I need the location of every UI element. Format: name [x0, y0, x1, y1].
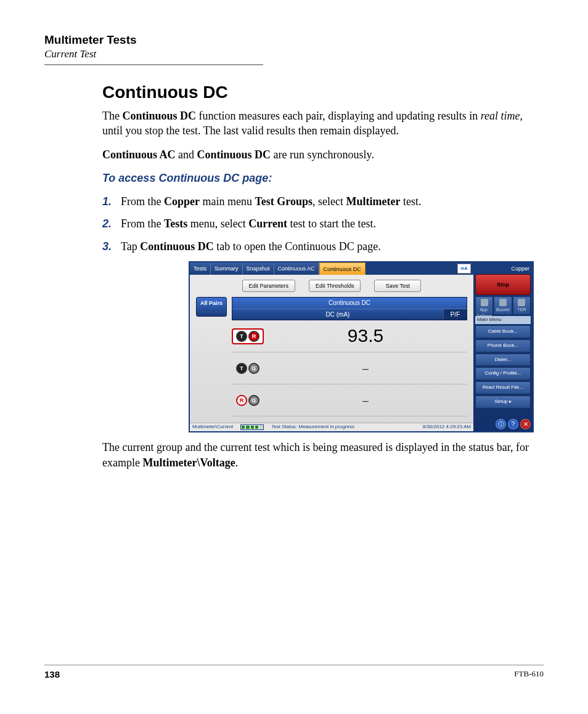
page-number: 138 — [44, 669, 60, 680]
info-icon[interactable]: ⓘ — [496, 419, 506, 429]
step-number: 2. — [102, 216, 121, 231]
step-number: 3. — [102, 239, 121, 254]
status-time: 8/30/2012 4:29:23 AM — [423, 424, 471, 431]
instruction-heading: To access Continuous DC page: — [102, 171, 544, 185]
app-label: Copper — [475, 264, 531, 273]
page-footer: 138 FTB-610 — [44, 665, 544, 680]
step-number: 1. — [102, 194, 121, 209]
tab-continuous-dc[interactable]: Continuous DC — [319, 262, 365, 275]
help-icon[interactable]: ? — [508, 419, 518, 429]
t-badge-icon: T — [236, 331, 247, 342]
paragraph-3: The current group and the current test w… — [102, 440, 544, 470]
edit-thresholds-button[interactable]: Edit Thresholds — [309, 280, 361, 292]
dialer-button[interactable]: Dialer... — [475, 354, 531, 367]
unit-indicator-icon: mA — [457, 264, 471, 274]
t-badge-icon: T — [236, 363, 247, 374]
tab-continuous-ac[interactable]: Continuous AC — [274, 262, 319, 275]
buzzer-button[interactable]: Buzzer — [494, 296, 512, 315]
tab-summary[interactable]: Summary — [211, 262, 243, 275]
tab-bar: Tests Summary Snapshot Continuous AC Con… — [190, 262, 473, 275]
pair-tr-icon[interactable]: T R — [232, 328, 264, 344]
status-bar: Multimeter\Current Test Status: Measurem… — [190, 423, 473, 431]
tab-tests[interactable]: Tests — [190, 262, 211, 275]
data-table-title: Continuous DC — [232, 298, 467, 309]
step-text: From the Copper main menu Test Groups, s… — [121, 194, 544, 209]
table-row: T G – — [232, 352, 467, 384]
header-rule — [44, 64, 263, 65]
measurement-value: – — [264, 361, 467, 376]
chapter-subtitle: Current Test — [44, 48, 544, 60]
g-badge-icon: G — [248, 363, 259, 374]
battery-icon — [240, 424, 264, 430]
close-icon[interactable]: ✕ — [520, 419, 531, 429]
chapter-title: Multimeter Tests — [44, 33, 544, 47]
pair-rg-icon[interactable]: R G — [232, 395, 264, 406]
g-badge-icon: G — [248, 395, 259, 406]
device-screenshot: Tests Summary Snapshot Continuous AC Con… — [189, 261, 534, 432]
column-dc: DC (mA) — [232, 309, 443, 320]
read-result-file-button[interactable]: Read Result File... — [475, 381, 531, 394]
all-pairs-button[interactable]: All Pairs — [196, 297, 227, 317]
step-1: 1. From the Copper main menu Test Groups… — [102, 194, 544, 209]
r-badge-icon: R — [248, 331, 259, 342]
cable-book-button[interactable]: Cable Book... — [475, 325, 531, 338]
table-row: T R 93.5 — [232, 320, 467, 352]
edit-parameters-button[interactable]: Edit Parameters — [242, 280, 296, 292]
step-3: 3. Tap Continuous DC tab to open the Con… — [102, 239, 544, 254]
pair-tg-icon[interactable]: T G — [232, 363, 264, 374]
tab-snapshot[interactable]: Snapshot — [243, 262, 274, 275]
setup-button[interactable]: Setup ▸ — [475, 396, 531, 408]
app-settings-button[interactable]: App. Settings — [475, 296, 493, 315]
paragraph-2: Continuous AC and Continuous DC are run … — [102, 147, 544, 162]
side-panel: Copper Stop App. Settings Buzzer TDR Mai… — [473, 262, 533, 431]
data-table-header: Continuous DC DC (mA) P/F — [232, 297, 467, 320]
save-test-button[interactable]: Save Test — [374, 280, 421, 292]
section-title: Continuous DC — [102, 83, 544, 102]
phone-book-button[interactable]: Phone Book... — [475, 339, 531, 352]
status-message: Test Status: Measurement in progress — [271, 424, 354, 431]
step-text: Tap Continuous DC tab to open the Contin… — [121, 239, 544, 254]
r-badge-icon: R — [236, 395, 247, 406]
step-text: From the Tests menu, select Current test… — [121, 216, 544, 231]
tdr-button[interactable]: TDR — [513, 296, 531, 315]
measurement-value: 93.5 — [264, 323, 467, 349]
model-number: FTB-610 — [514, 669, 544, 680]
action-row: Edit Parameters Edit Thresholds Save Tes… — [190, 275, 473, 294]
paragraph-1: The Continuous DC function measures each… — [102, 108, 544, 139]
stop-button[interactable]: Stop — [475, 274, 531, 295]
measurement-value: – — [264, 393, 467, 408]
body-content: The Continuous DC function measures each… — [102, 108, 544, 470]
config-profile-button[interactable]: Config / Profile... — [475, 367, 531, 380]
status-path: Multimeter\Current — [192, 424, 233, 431]
column-pf: P/F — [443, 309, 467, 320]
table-row: R G – — [232, 384, 467, 416]
step-2: 2. From the Tests menu, select Current t… — [102, 216, 544, 231]
page-header: Multimeter Tests Current Test — [44, 33, 544, 65]
